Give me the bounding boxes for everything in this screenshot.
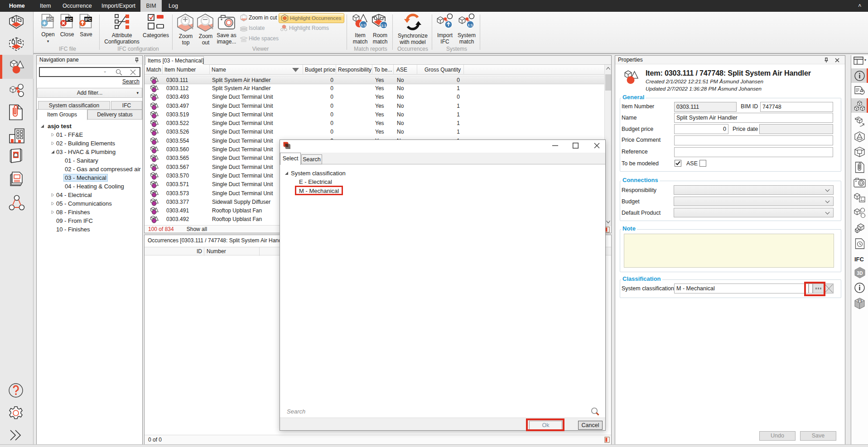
svg-text:1:1: 1:1	[381, 24, 386, 28]
svg-text:IFC: IFC	[85, 17, 92, 22]
svg-text:IFC: IFC	[47, 17, 53, 22]
svg-text:3D: 3D	[857, 271, 863, 276]
svg-text:1:1: 1:1	[468, 23, 473, 27]
svg-text:IFC: IFC	[66, 17, 72, 22]
svg-text:1:1: 1:1	[857, 299, 862, 303]
svg-text:1:1: 1:1	[361, 23, 366, 27]
